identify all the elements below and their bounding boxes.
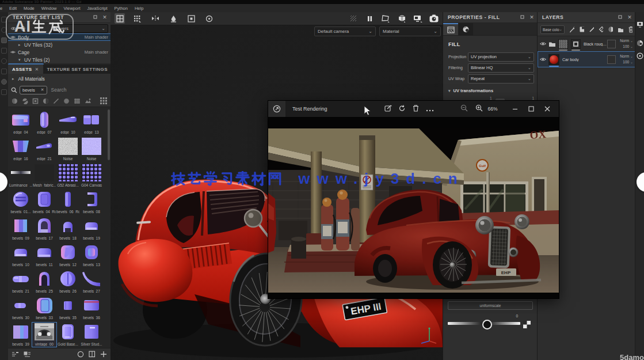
pause-engine-icon[interactable] [364,13,375,24]
search-filter-tag[interactable]: bevels✕ [20,86,47,94]
layer-opacity[interactable]: 100 ⌄ [618,59,633,65]
float-panel-icon[interactable] [91,14,99,21]
layer-mask-thumbnail[interactable] [571,39,581,49]
asset-item[interactable]: edge_21 [33,138,56,161]
asset-item[interactable]: Noise [56,138,79,161]
visibility-eye-icon[interactable] [10,50,16,54]
material-picker-icon[interactable] [1,79,7,85]
smudge-tool-icon[interactable] [1,58,7,64]
detail-view-icon[interactable] [24,351,31,358]
property-dropdown[interactable]: Bilinear HQ⌄ [468,63,534,73]
close-layers-icon[interactable]: ✕ [626,14,634,21]
layer-color-swatch[interactable] [607,40,616,48]
shelf-row[interactable]: ▸All Materials [8,74,110,84]
float-layers-icon[interactable] [616,14,624,21]
asset-item[interactable]: bevels_04_Ro... [33,191,56,214]
drop-tool-icon[interactable] [168,13,178,24]
display-settings-dock-icon[interactable] [637,21,643,28]
property-dropdown[interactable]: Repeat⌄ [468,74,534,84]
layer-blend-mode[interactable]: Norm ⌄ [618,54,633,59]
clone-tool-icon[interactable] [1,69,7,74]
close-icon[interactable] [539,104,555,114]
menu-item-python[interactable]: Python [111,6,131,11]
smart-masks-filter-icon[interactable] [43,96,49,107]
minimize-icon[interactable] [507,104,523,114]
display-mode-icon[interactable] [413,13,423,24]
delete-layer-icon[interactable] [628,26,632,33]
smart-materials-filter-icon[interactable] [32,96,39,107]
add-smart-mask-icon[interactable] [608,26,613,33]
zoom-in-icon[interactable] [473,104,486,114]
asset-item[interactable]: bevels_06_Ro... [56,191,79,214]
asset-item[interactable]: bevels_35 [56,297,79,320]
asset-item[interactable]: bevels_33 [33,297,56,320]
asset-item-selected[interactable]: vintage_00 [33,323,56,346]
asset-item[interactable]: bevels_27 [80,270,103,293]
add-asset-icon[interactable] [100,351,107,358]
layer-visibility-icon[interactable] [540,41,546,46]
menu-item-javascript[interactable]: JavaScript [84,6,111,11]
layer-fill-thumbnail[interactable] [548,54,559,65]
remove-tag-icon[interactable]: ✕ [41,88,44,92]
history-dock-icon[interactable] [637,52,643,59]
render-app-icon[interactable] [268,101,285,117]
shader-settings-dock-icon[interactable] [637,40,643,47]
asset-item[interactable]: edge_16 [9,138,32,161]
textures-filter-icon[interactable] [74,96,81,107]
asset-item[interactable]: bevels_36 [80,297,103,320]
property-dropdown[interactable]: UV projection⌄ [468,52,534,62]
layer-row[interactable]: Black rough gr... Norm ⌄100 ⌄ [538,36,635,51]
asset-item[interactable]: bevels_39 [9,323,32,346]
layer-noise-thumbnail[interactable] [558,39,568,49]
asset-item[interactable]: bevels_17 [33,217,56,240]
grid-view-icon[interactable] [100,96,107,107]
asset-item[interactable]: bevels_10 [9,244,32,267]
asset-item[interactable]: Silver Stud... [80,323,103,346]
asset-item[interactable]: bevels_01... [9,191,32,214]
float-properties-icon[interactable] [518,14,526,21]
layer-row[interactable]: Car body Norm ⌄100 ⌄ [538,51,635,67]
brushes-filter-icon[interactable] [22,96,28,107]
asset-item[interactable]: bevels_09 [9,217,32,240]
uniform-scale-button[interactable]: uniformscale [448,301,533,310]
tab-assets[interactable]: ASSETS✕ [8,65,43,74]
layer-blend-mode[interactable]: Norm ⌄ [618,38,633,44]
channel-filter-dropdown[interactable]: Base colo⌄ [540,25,565,34]
asset-item[interactable]: edge_07 [33,111,56,134]
layer-color-swatch[interactable] [607,55,616,64]
asset-item[interactable]: bevels_30 [9,297,32,320]
asset-item[interactable]: bevels_26 [56,270,79,293]
uv-tiles-row[interactable]: ▾UV Tiles (2) [8,56,110,63]
grayscale-knob[interactable] [482,320,492,329]
strokes-filter-icon[interactable] [53,96,59,107]
add-effect-icon[interactable] [569,26,574,33]
tab-fill-properties[interactable] [443,23,458,35]
add-smart-material-icon[interactable] [599,26,604,33]
close-tab-icon[interactable]: ✕ [35,67,39,72]
test-rendering-window[interactable]: Test Rendering 66% [268,101,559,298]
maximize-icon[interactable] [523,104,539,114]
add-group-icon[interactable] [618,26,623,33]
asset-item[interactable]: bevels_11 [33,244,56,267]
asset-item[interactable]: bevels_25 [33,270,56,293]
menu-item-help[interactable]: Help [131,6,147,11]
menu-item-edit[interactable]: Edit [6,6,20,11]
asset-item[interactable]: edge_10 [56,111,79,134]
tab-material-properties[interactable] [458,23,473,35]
asset-item[interactable]: bevels_18 [56,217,79,240]
close-panel-icon[interactable]: ✕ [101,14,109,21]
zoom-level[interactable]: 66% [488,106,498,112]
lazy-mouse-off-icon[interactable] [348,13,359,24]
edit-icon[interactable] [382,104,395,114]
menu-item-window[interactable]: Window [38,6,60,11]
environments-filter-icon[interactable] [85,96,92,107]
perspective-icon[interactable] [380,13,391,24]
asset-item[interactable]: Gold Base... [56,323,79,346]
texture-set-row[interactable]: CageMain shader [8,48,110,56]
polygon-fill-tool-icon[interactable] [1,48,7,54]
procedurals-filter-icon[interactable] [63,96,70,107]
asset-item[interactable]: edge_13 [80,111,103,134]
menu-item-mode[interactable]: Mode [20,6,38,11]
checker-swatch-icon[interactable] [523,321,531,328]
uv-transformations-section[interactable]: ▾UV transformations [443,85,538,94]
